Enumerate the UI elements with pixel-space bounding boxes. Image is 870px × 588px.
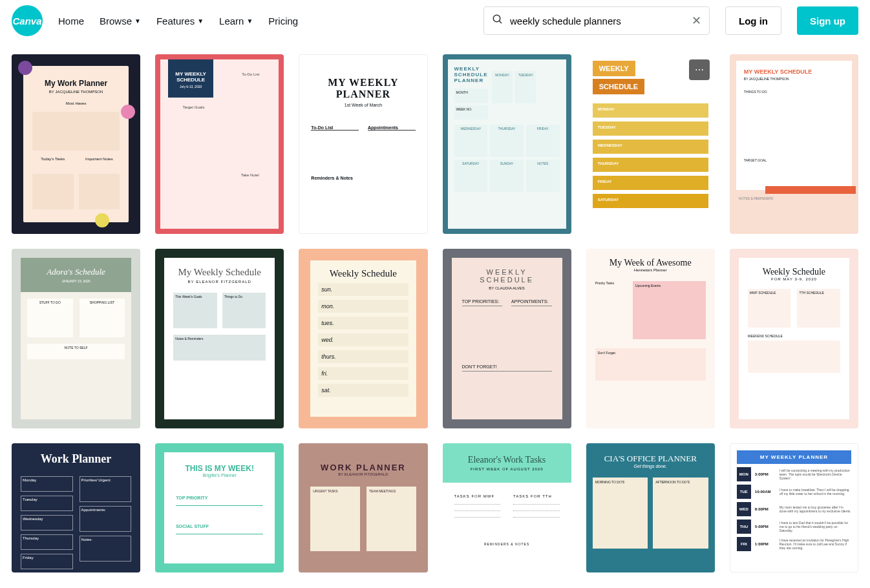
svg-line-1 (499, 21, 502, 23)
template-card[interactable]: WEEKLY SCHEDULE BY CLAUDIA ALVES TOP PRI… (443, 249, 571, 428)
nav-features[interactable]: Features▼ (156, 16, 204, 26)
template-card[interactable]: MY WEEKLY SCHEDULE BY JACQUELINE THOMPSO… (730, 54, 858, 234)
search-box[interactable]: ✕ (483, 6, 710, 35)
clear-search-icon[interactable]: ✕ (692, 14, 701, 28)
search-icon (492, 14, 504, 28)
template-card[interactable]: ⋯ WEEKLY SCHEDULE MONDAYTUESDAYWEDNESDAY… (586, 54, 715, 234)
template-card[interactable]: MY WEEKLY PLANNER 1st Week of March To-D… (299, 54, 427, 234)
template-card[interactable]: THIS IS MY WEEK! Brigitte's Planner TOP … (155, 443, 284, 572)
template-grid: My Work Planner BY JACQUELINE THOMPSON M… (0, 41, 870, 585)
nav-browse[interactable]: Browse▼ (100, 16, 141, 26)
card-title: My Work Planner (32, 79, 120, 88)
nav-pricing[interactable]: Pricing (268, 16, 298, 26)
canva-logo[interactable]: Canva (12, 5, 43, 36)
signup-button[interactable]: Sign up (797, 6, 858, 35)
chevron-down-icon: ▼ (134, 17, 141, 25)
template-card[interactable]: WEEKLY SCHEDULE PLANNER MONTHWEEK NO. MO… (443, 54, 571, 234)
template-card[interactable]: Weekly Schedule sun.mon.tues.wed.thurs.f… (299, 249, 427, 428)
search-input[interactable] (510, 16, 685, 26)
chevron-down-icon: ▼ (246, 17, 253, 25)
template-card[interactable]: Work Planner MondayTuesdayWednesdayThurs… (12, 443, 140, 572)
template-card[interactable]: Adora's ScheduleJANUARY 15, 2020 STUFF T… (12, 249, 140, 428)
template-card[interactable]: CIA'S OFFICE PLANNER Get things done. MO… (586, 443, 715, 572)
card-subtitle: BY JACQUELINE THOMPSON (32, 90, 120, 94)
template-card[interactable]: My Weekly Schedule BY ELEANOR FITZGERALD… (155, 249, 284, 428)
nav-home[interactable]: Home (58, 16, 84, 26)
template-card[interactable]: Eleanor's Work TasksFIRST WEEK OF AUGUST… (443, 443, 571, 572)
more-options-button[interactable]: ⋯ (689, 59, 710, 80)
template-card[interactable]: MY WEEKLY SCHEDULEJuly 6-13, 2020 To-Do … (155, 54, 284, 234)
template-card[interactable]: WORK PLANNER BY ELEANOR FITZGERALD URGEN… (299, 443, 427, 572)
template-card[interactable]: Weekly Schedule FOR MAY 3-9, 2020 MWF SC… (730, 249, 858, 428)
template-card[interactable]: My Work Planner BY JACQUELINE THOMPSON M… (12, 54, 140, 234)
login-button[interactable]: Log in (725, 6, 781, 35)
chevron-down-icon: ▼ (197, 17, 204, 25)
template-card[interactable]: MY WEEKLY PLANNER MON3:00PMI will be con… (730, 443, 858, 572)
template-card[interactable]: My Week of Awesome Henrietta's Planner P… (586, 249, 715, 428)
nav-learn[interactable]: Learn▼ (219, 16, 253, 26)
svg-point-0 (493, 15, 500, 22)
